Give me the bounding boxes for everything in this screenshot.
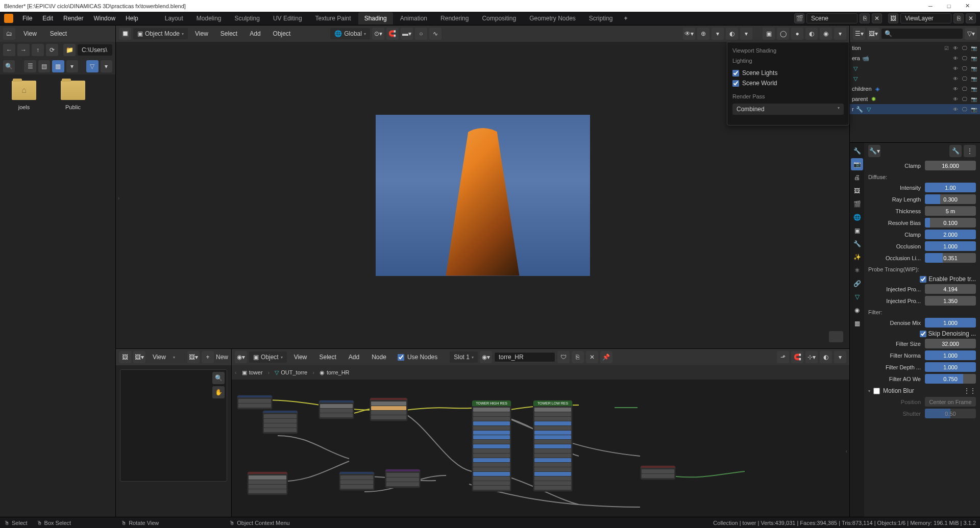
viewport-disable-icon[interactable]: 🖵 [961, 105, 969, 113]
overlay-dropdown[interactable]: ▾ [740, 28, 752, 40]
tab-modeling[interactable]: Modeling [190, 12, 228, 24]
image-view-menu[interactable]: View [148, 351, 171, 363]
skipdenoise-checkbox[interactable]: Skip Denoising ... [868, 329, 976, 338]
render-pass-select[interactable]: Combined ▾ [732, 104, 844, 115]
node-tower-high[interactable]: TOWER HIGH RES [472, 400, 511, 492]
overlay-toggle[interactable]: ◐ [726, 28, 738, 40]
hide-icon[interactable]: 👁 [951, 54, 960, 62]
injected1-value[interactable]: 4.194 [925, 284, 976, 294]
occlusionli-value[interactable]: 0.351 [925, 253, 976, 263]
viewport-disable-icon[interactable]: 🖵 [961, 64, 969, 72]
filterdepth-value[interactable]: 1.000 [925, 362, 976, 372]
new-viewlayer-button[interactable]: ⎘ [953, 13, 964, 23]
outliner-empty1[interactable]: ▽ 👁🖵📷 [850, 63, 980, 73]
tab-rendering[interactable]: Rendering [434, 12, 475, 24]
tab-scripting[interactable]: Scripting [583, 12, 619, 24]
prop-tab-scene[interactable]: 🎬 [851, 198, 863, 210]
display-list-icon[interactable]: ☰ [24, 60, 36, 72]
material-icon[interactable]: ◉▾ [480, 351, 492, 363]
mode-select[interactable]: ▣ Object Mode ▾ [133, 28, 188, 39]
tab-shading[interactable]: Shading [358, 12, 393, 24]
forward-button[interactable]: → [17, 44, 30, 56]
search-icon[interactable]: 🔍 [3, 60, 15, 72]
node-view-menu[interactable]: View [289, 351, 312, 363]
pivot-dropdown[interactable]: ⊙▾ [372, 28, 384, 40]
material-fake-user[interactable]: 🛡 [557, 351, 570, 363]
node-node-menu[interactable]: Node [366, 351, 391, 363]
shading-dropdown[interactable]: ▾ [834, 28, 846, 40]
shading-solid[interactable]: ● [791, 28, 803, 40]
occlusion-value[interactable]: 1.000 [925, 241, 976, 251]
image-add-button[interactable]: + [202, 351, 214, 363]
node-mix1[interactable] [318, 400, 354, 419]
material-unlink-button[interactable]: ✕ [586, 351, 598, 363]
thickness-value[interactable]: 5 m [925, 206, 976, 216]
render-disable-icon[interactable]: 📷 [970, 95, 978, 103]
viewport-disable-icon[interactable]: 🖵 [961, 54, 969, 62]
proportional-toggle[interactable]: ○ [415, 28, 427, 40]
motionblur-panel-header[interactable]: ▾ Motion Blur ⋮⋮ [868, 385, 976, 396]
outliner-parent[interactable]: parent ✺ 👁🖵📷 [850, 94, 980, 104]
outliner-empty2[interactable]: ▽ 👁🖵📷 [850, 73, 980, 84]
prop-tab-physics[interactable]: ⚛ [851, 264, 863, 276]
window-menu[interactable]: Window [88, 13, 120, 24]
delete-scene-button[interactable]: ✕ [872, 13, 882, 23]
use-nodes-input[interactable] [398, 354, 404, 361]
maximize-button[interactable]: □ [945, 3, 952, 10]
resolvebias-value[interactable]: 0.100 [925, 218, 976, 228]
material-name-field[interactable]: torre_HR [494, 352, 555, 362]
scene-world-checkbox[interactable]: Scene World [732, 78, 844, 88]
clamp-value[interactable]: 16.000 [925, 161, 976, 170]
newfolder-button[interactable]: 📁 [63, 44, 76, 56]
outliner-tower[interactable]: r 🔧 ▽ 👁🖵📷 [850, 104, 980, 114]
filtersize-value[interactable]: 32.000 [925, 339, 976, 348]
viewport-object-menu[interactable]: Object [268, 28, 296, 39]
new-scene-button[interactable]: ⎘ [860, 13, 870, 23]
proportional-dropdown[interactable]: ∿ [429, 28, 442, 40]
scene-lights-checkbox[interactable]: Scene Lights [732, 68, 844, 78]
tab-geometrynodes[interactable]: Geometry Nodes [523, 12, 582, 24]
viewport-view-menu[interactable]: View [190, 28, 213, 39]
breadcrumb-material[interactable]: ◉ torre_HR [317, 368, 352, 377]
position-value[interactable]: Center on Frame [925, 397, 976, 407]
viewport-select-menu[interactable]: Select [215, 28, 242, 39]
folder-joels[interactable]: ⌂ joels [6, 81, 42, 110]
scene-world-input[interactable] [732, 80, 739, 87]
viewport-disable-icon[interactable]: 🖵 [961, 44, 969, 52]
filebrowser-view-menu[interactable]: View [18, 28, 42, 39]
node-texcoord1[interactable] [237, 395, 273, 410]
breadcrumb-object[interactable]: ▣ tower [240, 368, 265, 377]
scene-name-field[interactable]: Scene [806, 13, 857, 23]
denoisemix-value[interactable]: 1.000 [925, 318, 976, 328]
hide-icon[interactable]: 👁 [951, 44, 960, 52]
image-editor-type-icon[interactable]: 🖼 [119, 351, 131, 363]
scene-lights-input[interactable] [732, 70, 739, 77]
prop-tab-world[interactable]: 🌐 [851, 211, 863, 223]
image-preview[interactable]: 🔍 ✋ [120, 369, 227, 482]
skipdenoise-input[interactable] [920, 331, 926, 337]
enableprobe-input[interactable] [920, 276, 926, 283]
orientation-select[interactable]: 🌐 Global ▾ [330, 28, 370, 39]
motionblur-checkbox[interactable] [873, 388, 880, 394]
file-menu[interactable]: File [17, 13, 37, 24]
raylength-value[interactable]: 0.300 [925, 194, 976, 204]
node-add-menu[interactable]: Add [344, 351, 364, 363]
shading-wireframe[interactable]: ◯ [777, 28, 789, 40]
outliner-children[interactable]: children ◈ 👁🖵📷 [850, 84, 980, 94]
filebrowser-editor-type-icon[interactable]: 🗂 [3, 28, 15, 40]
prop-tab-data[interactable]: ▽ [851, 291, 863, 303]
prop-tab-constraint[interactable]: 🔗 [851, 278, 863, 290]
edit-menu[interactable]: Edit [37, 13, 58, 24]
viewport-disable-icon[interactable]: 🖵 [961, 74, 969, 83]
sidebar-expand-icon[interactable]: ‹ [846, 448, 847, 454]
back-button[interactable]: ← [3, 44, 15, 56]
folder-public[interactable]: Public [55, 81, 91, 110]
pan-icon[interactable]: ✋ [212, 386, 225, 398]
gizmo-toggle[interactable]: ⊕ [697, 28, 709, 40]
snap-toggle[interactable]: 🧲 [386, 28, 399, 40]
enableprobe-checkbox[interactable]: Enable Probe tr... [868, 274, 976, 284]
filternorma-value[interactable]: 1.000 [925, 350, 976, 360]
parent-dir-button[interactable]: ↑ [32, 44, 44, 56]
tab-animation[interactable]: Animation [394, 12, 433, 24]
viewport-disable-icon[interactable]: 🖵 [961, 85, 969, 93]
